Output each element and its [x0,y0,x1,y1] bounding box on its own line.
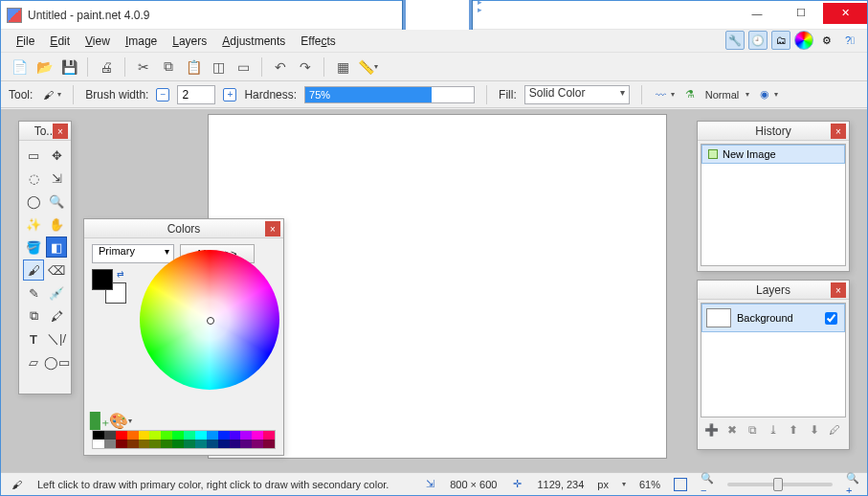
add-palette-color-icon[interactable]: ▉₊ [92,413,107,428]
brush-width-input[interactable] [177,85,215,104]
primary-color-swatch[interactable] [92,269,113,290]
swap-colors-icon[interactable]: ⇄ [117,269,124,279]
line-tool[interactable]: ＼|/ [46,328,67,349]
history-panel[interactable]: History × New Image [697,121,850,272]
fill-select[interactable]: Solid Color [524,85,630,104]
tools-panel-close-icon[interactable]: × [53,124,68,139]
layer-properties-icon[interactable]: 🖊 [826,421,843,439]
history-panel-close-icon[interactable]: × [831,124,846,139]
tool-selector[interactable]: 🖌 ▾ [40,87,61,102]
shapes-tool[interactable]: ▱ [23,351,44,372]
palette-color[interactable] [218,431,230,440]
palette-color[interactable] [149,431,161,440]
menu-image[interactable]: Image [118,32,165,51]
palette-color[interactable] [139,440,150,448]
settings-icon[interactable]: ⚙ [817,31,836,50]
add-layer-icon[interactable]: ➕ [703,421,721,439]
minimize-button[interactable]: — [735,3,779,24]
new-file-icon[interactable]: 📄 [9,56,30,78]
palette-color[interactable] [93,440,104,448]
history-item[interactable]: New Image [701,145,845,164]
colors-panel[interactable]: Colors × Primary More >> ⇄ ▉₊ 🎨▾ [83,218,284,456]
paintbrush-tool[interactable]: 🖌 [23,259,44,281]
move-selected-tool[interactable]: ✥ [46,145,67,166]
fit-window-icon[interactable] [674,478,687,491]
overwrite-toggle[interactable]: ◉▾ [757,87,778,102]
palette-color[interactable] [161,431,172,440]
deselect-icon[interactable]: ▭ [233,56,254,78]
maximize-button[interactable]: ☐ [779,3,823,24]
zoom-slider-knob[interactable] [773,478,783,491]
palette-color[interactable] [184,431,195,440]
palette-color[interactable] [252,440,263,448]
blend-mode-select[interactable]: Normal ▾ [705,89,750,101]
palette-menu-icon[interactable]: 🎨▾ [113,413,128,428]
ellipse-select-tool[interactable]: ◯ [23,191,44,212]
colors-panel-header[interactable]: Colors × [84,219,283,238]
move-layer-down-icon[interactable]: ⬇ [806,421,823,439]
copy-icon[interactable]: ⧉ [158,56,179,78]
palette-color[interactable] [263,431,275,440]
help-icon[interactable]: ?⃝ [840,31,859,50]
colors-panel-close-icon[interactable]: × [265,221,280,237]
clone-stamp-tool[interactable]: ⧉ [23,305,44,327]
merge-down-icon[interactable]: ⤓ [765,421,782,439]
palette-color[interactable] [149,440,161,448]
lasso-select-tool[interactable]: ◌ [23,168,44,189]
rect-select-tool[interactable]: ▭ [23,145,44,166]
zoom-in-icon[interactable]: 🔍+ [846,478,859,491]
palette-color[interactable] [240,431,252,440]
tools-panel[interactable]: To... × ▭ ✥ ◌ ⇲ ◯ 🔍 ✨ ✋ 🪣 ◧ 🖌 ⌫ ✎ 💉 ⧉ 🖍 … [18,121,72,395]
print-icon[interactable]: 🖨 [96,56,117,78]
crop-icon[interactable]: ◫ [208,56,229,78]
layers-list[interactable]: Background [701,303,846,417]
zoom-tool[interactable]: 🔍 [46,191,67,212]
palette-color[interactable] [139,431,150,440]
menu-layers[interactable]: Layers [165,32,214,51]
brush-width-plus[interactable]: + [223,88,236,101]
move-layer-up-icon[interactable]: ⬆ [785,421,802,439]
palette-color[interactable] [127,440,139,448]
antialias-toggle[interactable]: 〰▾ [654,87,675,102]
paste-icon[interactable]: 📋 [183,56,204,78]
palette-color[interactable] [195,440,207,448]
palette-color[interactable] [207,431,218,440]
history-panel-header[interactable]: History × [698,122,849,141]
text-tool[interactable]: T [23,328,44,349]
close-button[interactable]: ✕ [823,3,867,24]
eraser-tool[interactable]: ⌫ [46,259,67,281]
menu-adjustments[interactable]: Adjustments [214,32,293,51]
move-selection-tool[interactable]: ⇲ [46,168,67,189]
color-wheel-cursor[interactable] [207,317,214,325]
delete-layer-icon[interactable]: ✖ [723,421,741,439]
palette-color[interactable] [172,431,184,440]
palette-color[interactable] [93,431,104,440]
shapes-tool-2[interactable]: ◯▭ [46,351,67,372]
palette-color[interactable] [218,440,230,448]
redo-icon[interactable]: ↷ [295,56,316,78]
palette-color[interactable] [104,431,116,440]
layers-window-toggle-icon[interactable]: 🗂 [771,31,790,50]
layer-visibility-checkbox[interactable] [825,312,837,325]
tools-panel-header[interactable]: To... × [19,122,71,141]
brush-width-minus[interactable]: − [156,88,169,101]
menu-file[interactable]: File [9,32,42,51]
cut-icon[interactable]: ✂ [133,56,154,78]
ruler-icon[interactable]: 📏▾ [357,56,378,78]
pencil-tool[interactable]: ✎ [23,282,44,304]
palette-color[interactable] [263,440,275,448]
gradient-tool[interactable]: ◧ [46,237,67,258]
layer-item[interactable]: Background [701,304,845,332]
menu-edit[interactable]: Edit [42,32,78,51]
palette-color[interactable] [230,440,241,448]
palette-color[interactable] [252,431,263,440]
palette-color[interactable] [207,440,218,448]
palette-color[interactable] [195,431,207,440]
palette-color[interactable] [240,440,252,448]
open-file-icon[interactable]: 📂 [33,56,55,78]
magic-wand-tool[interactable]: ✨ [23,214,44,235]
palette-color[interactable] [184,440,195,448]
recolor-tool[interactable]: 🖍 [46,305,67,327]
layers-panel[interactable]: Layers × Background ➕ ✖ ⧉ ⤓ ⬆ ⬇ 🖊 [697,280,850,450]
layers-panel-header[interactable]: Layers × [698,281,849,300]
